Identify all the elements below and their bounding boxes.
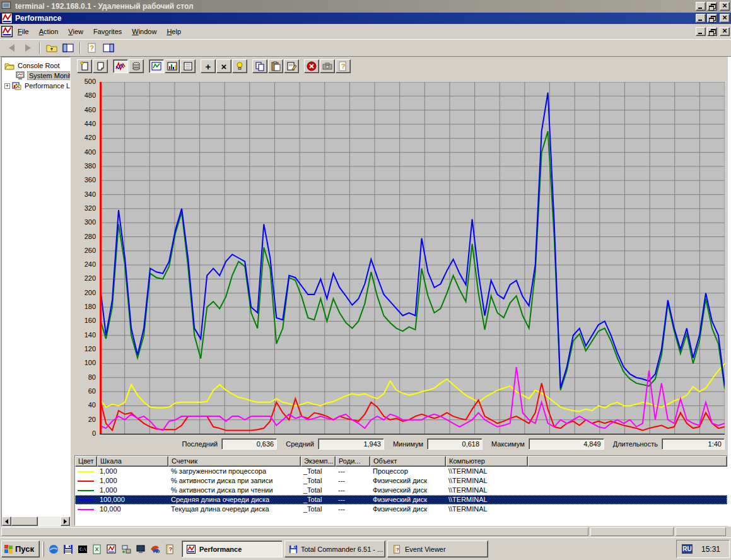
status-panel-3 <box>675 527 726 536</box>
column-header-4[interactable]: Роди... <box>336 456 370 467</box>
properties-button[interactable] <box>284 59 299 73</box>
highlight-button[interactable] <box>232 59 247 73</box>
tree-item-performance-logs-and-alerts[interactable]: +Performance Logs and Alerts <box>2 81 70 91</box>
view-graph-button[interactable] <box>149 59 164 73</box>
quicklaunch-help-icon[interactable]: ? <box>164 544 175 555</box>
window-close-button[interactable] <box>720 14 730 23</box>
counter-row-4[interactable]: 10,000Текущая длина очереди диска_Total-… <box>75 505 727 514</box>
counter-row-2[interactable]: 1,000% активности диска при чтении_Total… <box>75 486 727 495</box>
y-tick-label: 260 <box>73 247 96 254</box>
menu-favorites[interactable]: Favorites <box>88 26 127 37</box>
counter-object: Физический диск <box>370 505 446 514</box>
forward-button[interactable] <box>20 41 35 55</box>
menu-action[interactable]: Action <box>34 26 64 37</box>
freeze-display-button[interactable] <box>304 59 319 73</box>
paste-counter-list-button[interactable] <box>268 59 283 73</box>
y-tick-label: 180 <box>73 303 96 310</box>
export-list-button[interactable] <box>101 41 116 55</box>
taskbar-grip[interactable] <box>42 542 44 557</box>
up-one-level-button[interactable] <box>44 41 59 55</box>
scroll-left-button[interactable] <box>2 516 11 526</box>
copy-icon <box>255 61 265 71</box>
chart-plot <box>100 82 725 435</box>
update-data-button[interactable] <box>320 59 335 73</box>
new-counter-set-button[interactable] <box>77 59 92 73</box>
view-histogram-button[interactable] <box>165 59 180 73</box>
show-hide-tree-button[interactable] <box>61 41 76 55</box>
menu-help[interactable]: Help <box>161 26 186 37</box>
counter-scale: 1,000 <box>97 486 168 495</box>
taskbar-button-label: Event Viewer <box>405 545 446 553</box>
tree-item-system-monitor[interactable]: System Monitor <box>2 71 70 81</box>
y-tick-label: 140 <box>73 331 96 339</box>
taskbar-button-performance[interactable]: Performance <box>182 540 283 557</box>
counter-object: Физический диск <box>370 486 446 495</box>
quicklaunch-perfmon-icon[interactable] <box>106 544 117 555</box>
counter-instance: _Total <box>301 467 336 476</box>
copy-properties-button[interactable] <box>252 59 267 73</box>
window-restore-button[interactable] <box>707 14 717 23</box>
column-header-5[interactable]: Объект <box>370 456 446 467</box>
add-counter-button[interactable]: + <box>201 59 216 73</box>
counter-row-0[interactable]: 1,000% загруженности процессора_Total---… <box>75 467 727 476</box>
clear-display-button[interactable] <box>93 59 108 73</box>
quicklaunch-floppy-icon[interactable] <box>62 544 74 555</box>
rdp-minimize-button[interactable] <box>696 2 706 11</box>
tree-expander[interactable]: + <box>4 83 10 89</box>
column-header-3[interactable]: Экземп... <box>301 456 336 467</box>
scroll-right-button[interactable] <box>61 516 70 526</box>
quicklaunch-ie-icon[interactable] <box>48 544 59 555</box>
delete-counter-button[interactable]: × <box>216 59 231 73</box>
scroll-track[interactable] <box>38 516 61 526</box>
quicklaunch-network-icon[interactable] <box>120 544 132 555</box>
stat-min-label: Минимум <box>393 440 423 448</box>
menu-view[interactable]: View <box>63 26 88 37</box>
start-button[interactable]: Пуск <box>1 540 40 557</box>
back-button[interactable] <box>4 41 19 55</box>
column-header-filler <box>528 456 727 467</box>
taskbar-button-event-viewer[interactable]: ?Event Viewer <box>387 540 488 557</box>
new-counter-set-icon <box>79 61 90 71</box>
quicklaunch-monitor-icon[interactable] <box>135 544 146 555</box>
counter-row-3[interactable]: 100,000Средняя длина очереди диска_Total… <box>75 495 727 505</box>
help-doc-icon: ? <box>338 61 348 71</box>
folder-icon <box>4 61 15 70</box>
y-tick-label: 40 <box>73 401 96 409</box>
menu-file[interactable]: File <box>13 26 34 37</box>
help-button[interactable]: ? <box>85 41 100 55</box>
column-header-6[interactable]: Компьютер <box>446 456 528 467</box>
task-buttons: PerformanceTotal Commander 6.51 - ...?Ev… <box>182 540 488 557</box>
delete-counter-icon: × <box>221 61 227 72</box>
counter-row-1[interactable]: 1,000% активности диска при записи_Total… <box>75 476 727 486</box>
menu-window[interactable]: Window <box>127 26 161 37</box>
counter-name: % активности диска при чтении <box>168 486 301 495</box>
column-header-0[interactable]: Цвет <box>75 456 97 467</box>
view-report-button[interactable] <box>180 59 196 73</box>
scroll-thumb[interactable] <box>11 516 38 526</box>
child-restore-button[interactable] <box>707 27 717 36</box>
workarea: Console RootSystem Monitor+Performance L… <box>0 57 731 527</box>
svg-text:?: ? <box>341 62 346 70</box>
view-log-data-button[interactable] <box>129 59 144 73</box>
tree-items: Console RootSystem Monitor+Performance L… <box>2 57 70 91</box>
quicklaunch-cmd-icon[interactable]: C:\ <box>77 544 88 555</box>
sysmon-toolbar: + × ? <box>77 58 351 74</box>
tree-item-console-root[interactable]: Console Root <box>2 61 70 71</box>
language-indicator[interactable]: RU <box>682 544 693 554</box>
quicklaunch-v7-icon[interactable]: v7 <box>149 544 161 555</box>
y-tick-label: 280 <box>73 233 96 240</box>
y-tick-label: 480 <box>73 91 96 99</box>
taskbar-button-total-commander-6-51-[interactable]: Total Commander 6.51 - ... <box>284 540 385 557</box>
column-header-1[interactable]: Шкала <box>97 456 168 467</box>
stat-max-label: Максимум <box>491 440 525 448</box>
sysmon-help-button[interactable]: ? <box>336 59 351 73</box>
sysmon-icon <box>16 71 25 80</box>
child-minimize-button[interactable] <box>696 27 706 36</box>
window-minimize-button[interactable] <box>696 14 706 23</box>
child-close-button[interactable] <box>720 27 730 36</box>
rdp-restore-button[interactable] <box>707 2 717 11</box>
rdp-close-button[interactable] <box>720 2 730 11</box>
view-current-activity-button[interactable] <box>113 59 128 73</box>
column-header-2[interactable]: Счетчик <box>168 456 301 467</box>
quicklaunch-excel-icon[interactable]: X <box>91 544 103 555</box>
